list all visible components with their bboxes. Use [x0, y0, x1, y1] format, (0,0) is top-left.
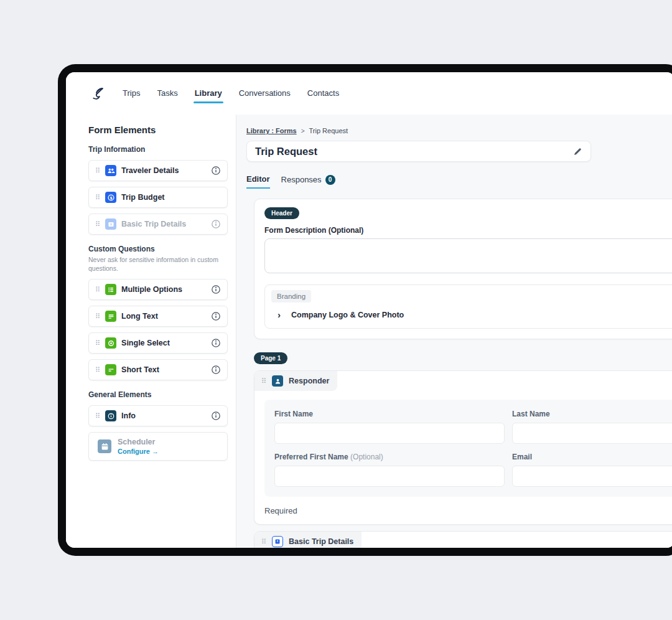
sidebar-element-single-select[interactable]: ⠿ Single Select [88, 332, 228, 354]
field-preferred-first-name: Preferred First Name (Optional) [274, 453, 505, 487]
nav-tab-tasks[interactable]: Tasks [157, 84, 177, 103]
sidebar-title: Form Elements [88, 124, 236, 135]
header-badge: Header [264, 207, 299, 219]
sidebar-element-basic-trip-details: ⠿ Basic Trip Details [88, 214, 228, 235]
brand-bird-logo-icon[interactable] [90, 85, 106, 102]
single-select-icon [105, 337, 116, 349]
form-title: Trip Request [255, 146, 317, 157]
basic-trip-details-chip[interactable]: ⠿ Basic Trip Details [254, 532, 362, 548]
section-title-trip-information: Trip Information [88, 145, 236, 154]
travelers-icon [105, 165, 116, 176]
long-text-icon [105, 311, 116, 322]
sidebar-element-info[interactable]: ⠿ Info [88, 405, 228, 426]
drag-handle-icon[interactable]: ⠿ [95, 367, 100, 373]
responder-person-icon [272, 375, 283, 387]
element-label: Trip Budget [121, 193, 164, 202]
element-label: Long Text [121, 312, 158, 321]
drag-handle-icon[interactable]: ⠿ [261, 538, 266, 545]
drag-handle-icon[interactable]: ⠿ [95, 340, 100, 347]
field-last-name: Last Name [512, 410, 672, 444]
page-1-badge: Page 1 [254, 352, 287, 364]
tab-responses[interactable]: Responses 0 [281, 175, 335, 189]
scheduler-configure-link[interactable]: Configure → [118, 448, 159, 455]
drag-handle-icon: ⠿ [95, 221, 100, 228]
info-element-icon [105, 410, 116, 421]
trip-details-ticket-icon [272, 536, 283, 547]
form-editor-main: Library : Forms > Trip Request Trip Requ… [236, 115, 672, 548]
drag-handle-icon[interactable]: ⠿ [261, 378, 266, 385]
drag-handle-icon[interactable]: ⠿ [95, 286, 100, 293]
scheduler-label: Scheduler [118, 438, 159, 446]
nav-tabs: Trips Tasks Library Conversations Contac… [123, 84, 339, 103]
field-email: Email [512, 453, 672, 487]
short-text-icon [105, 364, 116, 375]
branding-section: Branding › Company Logo & Cover Photo [264, 284, 672, 329]
app-window: Trips Tasks Library Conversations Contac… [66, 72, 672, 548]
device-frame: Trips Tasks Library Conversations Contac… [58, 64, 672, 556]
chevron-right-icon: › [278, 310, 281, 319]
element-label: Single Select [121, 339, 170, 347]
calendar-icon [98, 439, 111, 453]
responder-block-card: ⠿ Responder First Name [254, 370, 672, 525]
element-label: Basic Trip Details [121, 220, 186, 228]
editor-tabs: Editor Responses 0 [246, 174, 672, 189]
basic-trip-details-block-card: ⠿ Basic Trip Details Trip Info [254, 531, 672, 548]
breadcrumb: Library : Forms > Trip Request [246, 127, 672, 134]
drag-handle-icon[interactable]: ⠿ [95, 313, 100, 320]
breadcrumb-current: Trip Request [309, 127, 348, 134]
nav-tab-trips[interactable]: Trips [123, 84, 140, 103]
tab-editor[interactable]: Editor [246, 174, 270, 189]
info-icon[interactable] [211, 166, 221, 176]
responder-chip[interactable]: ⠿ Responder [254, 371, 337, 391]
sidebar-element-trip-budget[interactable]: ⠿ $ Trip Budget [88, 187, 228, 208]
responses-count-badge: 0 [325, 175, 335, 185]
drag-handle-icon[interactable]: ⠿ [95, 167, 100, 174]
branding-chip: Branding [271, 290, 311, 303]
last-name-input[interactable] [512, 423, 672, 444]
element-label: Short Text [121, 365, 159, 374]
section-title-general-elements: General Elements [88, 390, 236, 399]
first-name-input[interactable] [274, 423, 505, 444]
nav-tab-conversations[interactable]: Conversations [239, 84, 291, 103]
company-logo-cover-photo-row[interactable]: › Company Logo & Cover Photo [278, 310, 672, 319]
responder-chip-label: Responder [289, 377, 329, 385]
field-label: Last Name [512, 410, 672, 418]
field-label: Preferred First Name [274, 453, 348, 461]
email-input[interactable] [512, 466, 672, 487]
sidebar-element-short-text[interactable]: ⠿ Short Text [88, 359, 228, 380]
element-label: Multiple Options [121, 285, 182, 294]
optional-suffix: (Optional) [350, 453, 383, 461]
field-label: Email [512, 453, 672, 461]
element-label: Traveler Details [121, 166, 179, 175]
form-description-label: Form Description (Optional) [264, 226, 672, 235]
edit-pencil-icon[interactable] [573, 147, 582, 156]
tab-responses-label: Responses [281, 175, 322, 184]
sidebar-element-long-text[interactable]: ⠿ Long Text [88, 306, 228, 327]
form-elements-sidebar: Form Elements Trip Information ⠿ Travele… [66, 115, 236, 548]
field-first-name: First Name [274, 410, 505, 444]
info-icon[interactable] [211, 411, 221, 421]
info-icon[interactable] [211, 365, 221, 375]
sidebar-element-scheduler: Scheduler Configure → [88, 432, 228, 461]
sidebar-element-multiple-options[interactable]: ⠿ Multiple Options [88, 279, 228, 300]
basic-trip-details-chip-label: Basic Trip Details [289, 537, 353, 546]
nav-tab-contacts[interactable]: Contacts [307, 84, 339, 103]
element-label: Info [121, 411, 136, 420]
trip-details-icon [105, 218, 116, 230]
drag-handle-icon[interactable]: ⠿ [95, 413, 100, 420]
drag-handle-icon[interactable]: ⠿ [95, 194, 100, 201]
header-section-card: Header Form Description (Optional) Brand… [254, 199, 672, 339]
sidebar-element-traveler-details[interactable]: ⠿ Traveler Details [88, 160, 228, 181]
section-title-custom-questions: Custom Questions [88, 245, 236, 253]
info-icon[interactable] [211, 219, 221, 229]
info-icon[interactable] [211, 284, 221, 294]
form-description-textarea[interactable] [264, 238, 672, 273]
preferred-first-name-input[interactable] [274, 466, 505, 487]
svg-text:$: $ [110, 195, 112, 199]
form-title-card: Trip Request [246, 141, 591, 162]
breadcrumb-library-forms-link[interactable]: Library : Forms [246, 127, 297, 134]
info-icon[interactable] [211, 311, 221, 321]
info-icon[interactable] [211, 338, 221, 348]
field-label: First Name [274, 410, 505, 418]
nav-tab-library[interactable]: Library [195, 84, 222, 103]
